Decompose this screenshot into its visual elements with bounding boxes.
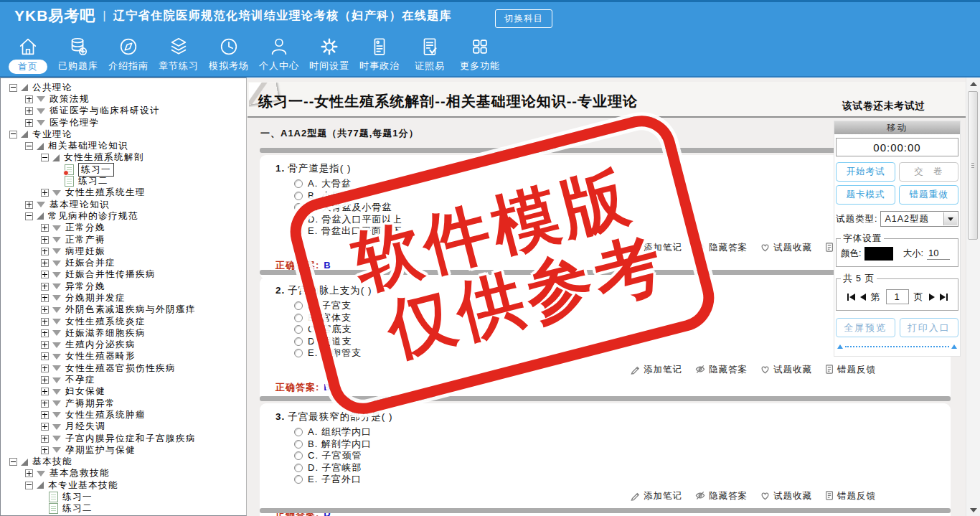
option-radio[interactable] [294,337,303,346]
tree-item[interactable]: 常见病种的诊疗规范 [2,210,245,222]
option-radio[interactable] [294,440,303,449]
wrong-question-feedback-link[interactable]: 错题反馈 [824,364,876,377]
tree-item[interactable]: 妊娠合并性传播疾病 [2,269,245,281]
expand-toggle-icon[interactable] [41,189,49,197]
nav-zhengzhaoyi[interactable]: 证照易 [405,29,455,76]
chevron-down-icon[interactable] [943,212,957,225]
nav-purchased-banks[interactable]: 已购题库 [53,29,103,76]
expand-toggle-icon[interactable] [41,318,49,326]
expand-toggle-icon[interactable] [25,119,33,127]
tree-item[interactable]: 练习一 [2,491,245,502]
tree-item[interactable]: 基本技能 [2,456,245,468]
hide-answer-link[interactable]: 隐藏答案 [694,364,748,377]
expand-toggle-icon[interactable] [41,400,49,408]
nav-personal-center[interactable]: 个人中心 [254,29,304,76]
last-page-icon[interactable] [940,294,948,301]
tree-item[interactable]: 循证医学与临床科研设计 [2,105,245,117]
add-note-link[interactable]: 添加笔记 [630,242,682,255]
tree-item[interactable]: 女性生殖系统生理 [2,187,245,199]
tree-item[interactable]: 女性生殖系统解剖 [2,152,245,164]
tree-item[interactable]: 异常分娩 [2,281,245,292]
option-radio[interactable] [294,227,303,235]
answer-card-mode-button[interactable]: 题卡模式 [836,185,895,205]
tree-item[interactable]: 不孕症 [2,374,245,385]
option-radio[interactable] [294,179,303,188]
expand-toggle-icon[interactable] [41,236,49,244]
option-radio[interactable] [294,203,303,212]
collapse-toggle-icon[interactable] [9,84,17,92]
tree-item[interactable]: 妊娠合并症 [2,257,245,268]
expand-toggle-icon[interactable] [41,423,49,431]
option-radio[interactable] [294,349,303,357]
tree-item[interactable]: 女性生殖器畸形 [2,351,245,362]
nav-current-politics[interactable]: 时事政治 [354,29,405,76]
tree-item[interactable]: 政策法规 [2,93,245,105]
collapse-toggle-icon[interactable] [9,131,17,139]
expand-toggle-icon[interactable] [41,352,49,360]
redo-wrong-button[interactable]: 错题重做 [899,185,958,205]
prev-page-icon[interactable] [860,294,866,301]
expand-toggle-icon[interactable] [41,259,49,267]
option-radio[interactable] [294,215,303,224]
first-page-icon[interactable] [847,294,855,301]
tree-item[interactable]: 孕期监护与保健 [2,444,245,456]
nav-guide[interactable]: 介绍指南 [103,29,154,76]
expand-toggle-icon[interactable] [41,388,49,395]
favorite-question-link[interactable]: 试题收藏 [760,364,812,377]
expand-toggle-icon[interactable] [41,365,49,372]
option-radio[interactable] [294,325,303,334]
expand-toggle-icon[interactable] [25,95,33,103]
nav-chapter-practice[interactable]: 章节练习 [154,29,204,76]
collapse-toggle-icon[interactable] [41,154,49,161]
tree-item[interactable]: 女性生殖器官损伤性疾病 [2,362,245,374]
nav-more[interactable]: 更多功能 [455,29,505,76]
tree-item[interactable]: 分娩期并发症 [2,292,245,304]
expand-toggle-icon[interactable] [41,341,49,349]
font-size-input[interactable]: 10 [927,248,950,260]
panel-collapse-control[interactable] [837,344,957,349]
expand-toggle-icon[interactable] [25,107,33,115]
expand-toggle-icon[interactable] [41,271,49,278]
expand-toggle-icon[interactable] [41,376,49,384]
scroll-up-icon[interactable] [966,78,980,90]
tree-item[interactable]: 生殖内分泌疾病 [2,339,245,351]
tree-item[interactable]: 医学伦理学 [2,117,245,128]
expand-toggle-icon[interactable] [41,435,49,443]
tree-item[interactable]: 妇女保健 [2,386,245,398]
collapse-toggle-icon[interactable] [25,482,33,489]
collapse-toggle-icon[interactable] [9,458,17,466]
option-radio[interactable] [294,314,303,322]
panel-drag-bar[interactable]: 移动 [834,121,960,134]
collapse-toggle-icon[interactable] [25,142,33,150]
tree-item[interactable]: 外阴色素减退疾病与外阴瘙痒 [2,304,245,316]
start-exam-button[interactable]: 开始考试 [836,162,895,182]
nav-time-settings[interactable]: 时间设置 [304,29,354,76]
option-radio[interactable] [294,301,303,310]
tree-item[interactable]: 正常产褥 [2,234,245,245]
expand-toggle-icon[interactable] [41,294,49,302]
nav-home[interactable]: 首页 [3,29,53,76]
tree-item[interactable]: 基本理论知识 [2,199,245,210]
expand-toggle-icon[interactable] [41,446,49,454]
tree-item[interactable]: 子宫内膜异位症和子宫腺疾病 [2,433,245,444]
scrollbar-thumb[interactable] [968,91,978,240]
expand-toggle-icon[interactable] [41,224,49,232]
tree-item[interactable]: 女性生殖系统肿瘤 [2,409,245,421]
tree-item[interactable]: 练习二 [2,503,245,515]
hide-answer-link[interactable]: 隐藏答案 [694,242,748,255]
collapse-toggle-icon[interactable] [25,212,33,220]
tree-item[interactable]: 正常分娩 [2,222,245,234]
next-page-icon[interactable] [929,294,935,301]
expand-toggle-icon[interactable] [41,306,49,314]
hide-answer-link[interactable]: 隐藏答案 [694,490,748,503]
tree-item[interactable]: 公共理论 [2,82,245,93]
tree-item[interactable]: 专业理论 [2,128,245,140]
print-entry-button[interactable]: 打印入口 [900,318,959,337]
expand-toggle-icon[interactable] [25,469,33,477]
tree-item[interactable]: 女性生殖系统炎症 [2,316,245,327]
option-radio[interactable] [294,451,303,460]
tree-item[interactable]: 产褥期异常 [2,398,245,409]
switch-subject-button[interactable]: 切换科目 [495,9,552,28]
add-note-link[interactable]: 添加笔记 [630,490,682,503]
tree-item[interactable]: 相关基础理论知识 [2,140,245,151]
